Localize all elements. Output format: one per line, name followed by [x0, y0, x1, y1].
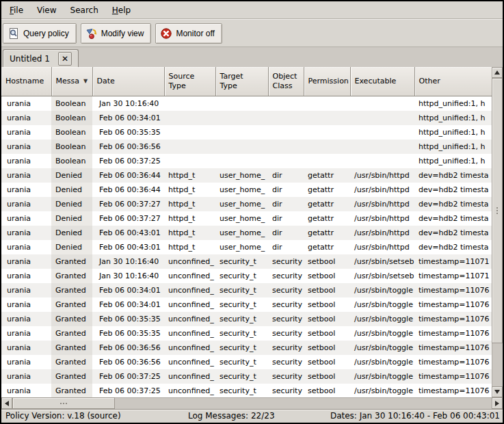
cell-hostname: urania [1, 341, 51, 355]
cell-source-type: unconfined_ [164, 326, 215, 341]
table-row[interactable]: urania Granted Feb 06 00:36:56 unconfine… [1, 341, 492, 355]
table-row[interactable]: urania Denied Feb 06 00:36:44 httpd_t us… [1, 183, 492, 197]
scroll-down-button[interactable] [492, 386, 503, 397]
cell-hostname: urania [1, 355, 51, 369]
column-header-date[interactable]: Date [92, 67, 164, 96]
scroll-up-button[interactable] [492, 67, 503, 78]
column-header-executable[interactable]: Executable [350, 67, 414, 96]
column-header-message[interactable]: Messa▼ [51, 67, 92, 96]
monitor-off-button[interactable]: Monitor off [155, 23, 222, 44]
cell-executable [350, 96, 414, 111]
cell-date: Feb 06 00:36:44 [92, 183, 164, 197]
column-header-permission[interactable]: Permission [304, 67, 350, 96]
menu-help[interactable]: Help [105, 3, 137, 17]
cell-date: Feb 06 00:36:44 [92, 168, 164, 183]
table-row[interactable]: urania Granted Feb 06 00:37:25 unconfine… [1, 384, 492, 398]
cell-permission: getattr [304, 197, 350, 211]
cell-other: httpd_unified:1, h [414, 96, 492, 111]
cell-permission: setbool [304, 269, 350, 283]
vertical-scrollbar-thumb[interactable] [492, 78, 503, 343]
table-row[interactable]: urania Boolean Feb 06 00:36:56 httpd_uni… [1, 140, 492, 154]
table-row[interactable]: urania Boolean Feb 06 00:34:01 httpd_uni… [1, 111, 492, 125]
table-row[interactable]: urania Granted Jan 30 10:16:40 unconfine… [1, 269, 492, 283]
cell-permission: setbool [304, 369, 350, 384]
table-row[interactable]: urania Denied Feb 06 00:43:01 httpd_t us… [1, 226, 492, 240]
menu-file[interactable]: File [3, 3, 30, 17]
cell-hostname: urania [1, 140, 51, 154]
column-header-object-class[interactable]: Object Class [268, 67, 304, 96]
cell-message: Granted [51, 297, 92, 312]
cell-object-class: dir [268, 211, 304, 226]
table-row[interactable]: urania Granted Feb 06 00:37:25 unconfine… [1, 369, 492, 384]
cell-executable: /usr/sbin/toggle [350, 312, 414, 326]
horizontal-scrollbar-thumb[interactable] [12, 397, 115, 409]
table-row[interactable]: urania Granted Feb 06 00:34:01 unconfine… [1, 283, 492, 297]
table-row[interactable]: urania Denied Feb 06 00:37:27 httpd_t us… [1, 197, 492, 211]
policy-version-status: Policy Version: v.18 (source) [5, 410, 121, 423]
column-header-hostname[interactable]: Hostname [1, 67, 51, 96]
cell-executable: /usr/sbin/toggle [350, 326, 414, 341]
cell-message: Granted [51, 384, 92, 398]
cell-permission [304, 96, 350, 111]
column-header-other[interactable]: Other [414, 67, 492, 96]
cell-hostname: urania [1, 326, 51, 341]
table-row[interactable]: urania Granted Jan 30 10:16:40 unconfine… [1, 254, 492, 269]
cell-source-type [164, 140, 215, 154]
menu-search[interactable]: Search [64, 3, 105, 17]
vertical-scrollbar[interactable] [492, 67, 503, 397]
table-row[interactable]: urania Granted Feb 06 00:36:56 unconfine… [1, 355, 492, 369]
menu-view[interactable]: View [30, 3, 63, 17]
cell-hostname: urania [1, 197, 51, 211]
cell-permission [304, 140, 350, 154]
table-row[interactable]: urania Boolean Feb 06 00:35:35 httpd_uni… [1, 125, 492, 140]
cell-other: timestamp=11076 [414, 369, 492, 384]
cell-executable: /usr/sbin/setseb [350, 254, 414, 269]
cell-permission [304, 111, 350, 125]
cell-other: dev=hdb2 timesta [414, 226, 492, 240]
horizontal-scrollbar[interactable] [1, 397, 503, 409]
table-row[interactable]: urania Denied Feb 06 00:36:44 httpd_t us… [1, 168, 492, 183]
table-row[interactable]: urania Boolean Feb 06 00:37:25 httpd_uni… [1, 154, 492, 168]
cell-date: Feb 06 00:34:01 [92, 283, 164, 297]
column-header-source-type[interactable]: Source Type [164, 67, 215, 96]
log-message-table: Hostname Messa▼ Date Source Type Target … [1, 67, 503, 397]
cell-target-type [215, 125, 268, 140]
cell-executable [350, 111, 414, 125]
cell-hostname: urania [1, 125, 51, 140]
tab-untitled-1[interactable]: Untitled 1 ✕ [3, 49, 79, 68]
table-row[interactable]: urania Granted Feb 06 00:35:35 unconfine… [1, 312, 492, 326]
cell-message: Granted [51, 269, 92, 283]
cell-target-type: security_t [215, 384, 268, 398]
table-row[interactable]: urania Granted Feb 06 00:35:35 unconfine… [1, 326, 492, 341]
table-row[interactable]: urania Denied Feb 06 00:43:01 httpd_t us… [1, 240, 492, 254]
cell-date: Feb 06 00:35:35 [92, 312, 164, 326]
arrow-up-icon [494, 70, 500, 75]
cell-object-class: security [268, 384, 304, 398]
cell-date: Feb 06 00:34:01 [92, 297, 164, 312]
query-policy-button[interactable]: Query policy [3, 23, 77, 44]
log-table-body: urania Boolean Jan 30 10:16:40 httpd_uni… [1, 96, 492, 398]
table-row[interactable]: urania Boolean Jan 30 10:16:40 httpd_uni… [1, 96, 492, 111]
cell-message: Denied [51, 211, 92, 226]
tab-close-button[interactable]: ✕ [58, 52, 72, 66]
app-window: File View Search Help Query policy [0, 0, 504, 424]
modify-view-label: Modify view [101, 29, 144, 38]
cell-target-type: security_t [215, 312, 268, 326]
dates-status: Dates: Jan 30 10:16:40 - Feb 06 00:43:01 [330, 410, 500, 423]
cell-target-type: security_t [215, 341, 268, 355]
table-row[interactable]: urania Granted Feb 06 00:34:01 unconfine… [1, 297, 492, 312]
cell-message: Granted [51, 326, 92, 341]
cell-object-class: security [268, 254, 304, 269]
scroll-right-button[interactable] [492, 397, 503, 409]
scroll-left-button[interactable] [1, 397, 12, 409]
cell-executable: /usr/sbin/httpd [350, 211, 414, 226]
table-row[interactable]: urania Denied Feb 06 00:37:27 httpd_t us… [1, 211, 492, 226]
modify-view-button[interactable]: Modify view [81, 23, 152, 44]
cell-message: Boolean [51, 111, 92, 125]
column-header-target-type[interactable]: Target Type [215, 67, 268, 96]
cell-date: Feb 06 00:34:01 [92, 111, 164, 125]
cell-target-type: security_t [215, 269, 268, 283]
cell-permission: setbool [304, 283, 350, 297]
cell-target-type [215, 154, 268, 168]
cell-date: Feb 06 00:36:56 [92, 355, 164, 369]
